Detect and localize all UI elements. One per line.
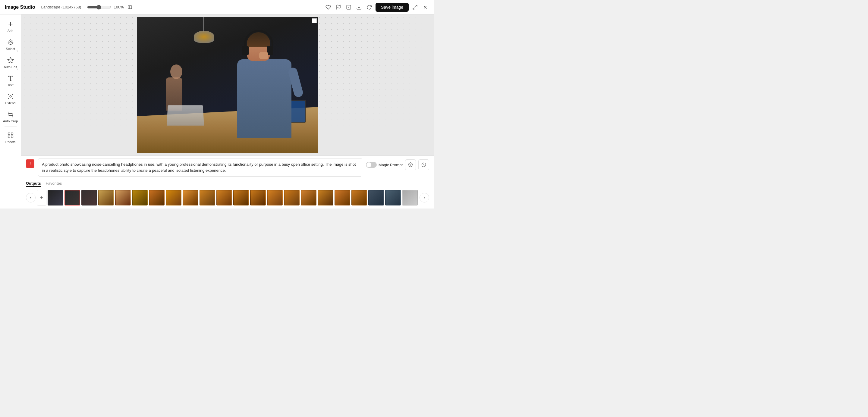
sidebar-item-add-label: Add: [7, 29, 13, 33]
thumbnail-item[interactable]: [284, 190, 300, 205]
thumbnail-item[interactable]: [216, 190, 232, 205]
gear-icon: [408, 162, 413, 167]
thumbnail-item[interactable]: [233, 190, 249, 205]
thumbnail-item[interactable]: [368, 190, 384, 205]
svg-rect-22: [11, 136, 13, 138]
svg-rect-20: [11, 133, 13, 135]
thumbnail-item[interactable]: [301, 190, 316, 205]
plus-icon: [39, 195, 44, 200]
thumbnail-item[interactable]: [199, 190, 215, 205]
svg-line-8: [413, 7, 414, 9]
sidebar-item-select-label: Select: [6, 47, 15, 51]
sidebar-item-auto-edit[interactable]: Auto Edit ▾: [0, 53, 21, 71]
photo-lamp-shade: [194, 31, 214, 43]
sidebar-item-effects[interactable]: Effects: [0, 128, 21, 146]
thumbnail-item[interactable]: [82, 190, 97, 205]
photo-bg-person-head: [170, 64, 182, 79]
photo-person-hand: [259, 52, 268, 59]
thumbnail-item[interactable]: [48, 190, 63, 205]
outputs-bar: Outputs Favorites: [21, 179, 434, 208]
svg-point-23: [410, 164, 411, 165]
thumbnail-item[interactable]: [149, 190, 164, 205]
sidebar-item-text-label: Text: [7, 83, 13, 87]
save-image-button[interactable]: Save image: [375, 3, 409, 12]
select-chevron-icon: ▾: [17, 50, 18, 53]
header-right: Save image: [324, 3, 429, 12]
photo-person-body: [237, 59, 291, 138]
close-button[interactable]: [421, 3, 429, 11]
svg-marker-15: [7, 58, 13, 63]
thumbnail-item[interactable]: [64, 190, 80, 205]
magic-toggle-thumb: [367, 162, 371, 167]
fit-screen-icon: [127, 5, 132, 10]
fit-screen-button[interactable]: [126, 4, 133, 11]
download-icon: [356, 4, 362, 10]
prompt-textbox[interactable]: A product photo showcasing noise-cancell…: [38, 158, 362, 177]
svg-point-13: [10, 41, 11, 43]
header: Image Studio Landscape (1024x768) 100%: [0, 0, 434, 14]
tab-outputs[interactable]: Outputs: [26, 181, 41, 187]
sidebar-item-auto-crop[interactable]: Auto Crop: [0, 107, 21, 125]
auto-edit-icon: [7, 57, 14, 64]
sidebar-item-select[interactable]: Select ▾: [0, 35, 21, 53]
sidebar-item-effects-label: Effects: [5, 140, 16, 144]
thumbnail-item[interactable]: [402, 190, 418, 205]
bottom-panel: ! A product photo showcasing noise-cance…: [21, 156, 434, 208]
canvas-corner-handle[interactable]: [312, 19, 317, 23]
thumbnail-item[interactable]: [385, 190, 401, 205]
flag-icon: [336, 4, 341, 10]
thumbnails-prev-button[interactable]: [26, 193, 36, 202]
thumbnail-item[interactable]: [351, 190, 367, 205]
svg-rect-19: [8, 133, 10, 135]
info-button[interactable]: [345, 3, 352, 11]
thumbnail-item[interactable]: [98, 190, 114, 205]
main-layout: Add Select ▾ Auto Edit ▾: [0, 14, 434, 208]
sidebar-item-text[interactable]: Text: [0, 71, 21, 89]
magic-toggle-track[interactable]: [366, 162, 377, 168]
app-title: Image Studio: [5, 4, 35, 10]
sidebar-item-extend[interactable]: Extend: [0, 89, 21, 107]
refresh-button[interactable]: [365, 3, 373, 11]
zoom-slider[interactable]: [87, 5, 111, 10]
settings-button[interactable]: [405, 159, 416, 170]
thumbnail-item[interactable]: [183, 190, 198, 205]
history-button[interactable]: [418, 159, 429, 170]
thumbnails-row: [26, 189, 429, 207]
photo-laptop: [167, 105, 204, 126]
chevron-left-icon: [29, 196, 33, 200]
thumbnail-item[interactable]: [132, 190, 148, 205]
sidebar-item-add[interactable]: Add: [0, 17, 21, 35]
effects-icon: [7, 132, 14, 139]
history-icon: [421, 162, 426, 167]
thumbnails-next-button[interactable]: [420, 193, 429, 202]
canvas-image-container: [137, 17, 318, 153]
close-icon: [423, 4, 428, 10]
plus-icon: [7, 21, 14, 28]
thumbnail-item[interactable]: [115, 190, 131, 205]
prompt-area: ! A product photo showcasing noise-cance…: [21, 156, 434, 179]
tab-favorites[interactable]: Favorites: [46, 181, 62, 187]
sidebar: Add Select ▾ Auto Edit ▾: [0, 14, 21, 208]
thumbnail-item[interactable]: [250, 190, 266, 205]
sidebar-item-auto-edit-label: Auto Edit: [4, 65, 17, 69]
magic-prompt-toggle[interactable]: Magic Prompt: [366, 162, 403, 168]
info-icon: [346, 4, 351, 10]
expand-button[interactable]: [411, 3, 419, 11]
zoom-label: 100%: [114, 5, 124, 9]
add-output-button[interactable]: [37, 190, 46, 205]
canvas-image: [137, 17, 318, 153]
zoom-group: 100%: [87, 4, 133, 11]
thumbnail-item[interactable]: [166, 190, 181, 205]
flag-button[interactable]: [335, 3, 342, 11]
sidebar-item-extend-label: Extend: [5, 101, 16, 105]
extend-icon: [7, 93, 14, 100]
heart-icon: [326, 4, 331, 10]
photo-simulation: [137, 17, 318, 153]
svg-rect-21: [8, 136, 10, 138]
thumbnail-item[interactable]: [318, 190, 333, 205]
photo-headphones-right-cup: [242, 46, 249, 55]
thumbnail-item[interactable]: [267, 190, 283, 205]
download-button[interactable]: [355, 3, 363, 11]
thumbnail-item[interactable]: [335, 190, 350, 205]
heart-button[interactable]: [324, 3, 332, 11]
